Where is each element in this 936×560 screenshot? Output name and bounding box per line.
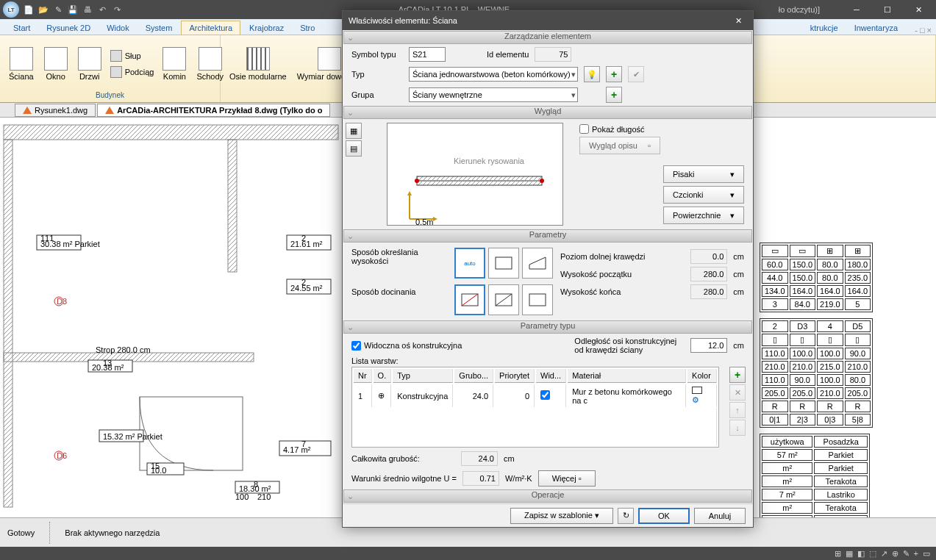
tab-rysunek2d[interactable]: Rysunek 2D — [39, 21, 98, 35]
ribbon-komin[interactable]: Komin — [160, 46, 189, 82]
input-calkowita — [461, 451, 498, 466]
sb-icon[interactable]: ✎ — [903, 549, 910, 559]
ribbon-drzwi[interactable]: Drzwi — [75, 46, 104, 82]
sb-icon[interactable]: ⬚ — [869, 549, 876, 559]
layers-table[interactable]: Nr O. Typ Grubo... Priorytet Wid... Mate… — [351, 367, 719, 448]
ribbon-sciana[interactable]: Ściana — [6, 46, 37, 82]
svg-rect-2 — [4, 140, 12, 507]
typ-check-button[interactable]: ✔ — [628, 66, 644, 82]
statusbar-bottom: ⊞ ▦ ◧ ⬚ ↗ ⊕ ✎ + ▭ — [0, 547, 936, 560]
qat-print-icon[interactable]: 🖶 — [81, 3, 94, 16]
tab-system[interactable]: System — [138, 21, 180, 35]
input-symbol-typu[interactable] — [409, 47, 446, 62]
section-parametry-typu[interactable]: ⌄Parametry typu — [343, 320, 752, 334]
cut-opt-1[interactable] — [454, 284, 485, 315]
height-opt-rect[interactable] — [488, 248, 519, 279]
row-vis-checkbox[interactable] — [540, 390, 550, 400]
tab-stro[interactable]: Stro — [293, 21, 322, 35]
qat-new-icon[interactable]: 📄 — [22, 3, 35, 16]
layer-delete-button[interactable]: ✕ — [729, 384, 746, 401]
preview-scale: 0.5m — [415, 218, 433, 226]
svg-point-39 — [540, 179, 544, 183]
layer-up-button[interactable]: ↑ — [729, 402, 746, 418]
doctab-1[interactable]: Rysunek1.dwg — [15, 104, 96, 117]
svg-line-46 — [462, 294, 478, 306]
svg-rect-3 — [228, 140, 237, 272]
input-odleglosc-osi[interactable] — [690, 338, 727, 353]
ribbon-podciag[interactable]: Podciąg — [109, 65, 156, 79]
maximize-button[interactable]: ☐ — [873, 1, 902, 18]
svg-text:100: 100 — [235, 492, 249, 501]
btn-wyglad-opisu[interactable]: Wygląd opisu▫ — [579, 137, 660, 154]
sb-icon[interactable]: ↗ — [881, 549, 887, 559]
checkbox-widoczna-os[interactable] — [351, 341, 361, 351]
typ-lightbulb-icon[interactable]: 💡 — [584, 66, 600, 82]
height-opt-auto[interactable]: auto — [454, 248, 485, 279]
schedule-tables: ▭▭⊞⊞ 60.0150.080.0180.0 44.0150.080.0235… — [760, 243, 929, 560]
combo-typ[interactable]: Ściana jednowarstwowa (beton komórkowy)▾ — [409, 67, 578, 82]
layer-add-button[interactable]: + — [729, 367, 746, 383]
btn-wiecej[interactable]: Więcej ▫ — [538, 470, 596, 487]
btn-czcionki[interactable]: Czcionki▾ — [663, 186, 744, 204]
side-btn-1[interactable]: ▦ — [346, 123, 362, 139]
section-operacje[interactable]: ⌄Operacje — [343, 489, 752, 503]
btn-powierzchnie[interactable]: Powierzchnie▾ — [663, 207, 744, 224]
checkbox-pokaz-dlugosc[interactable] — [579, 124, 589, 134]
svg-rect-37 — [417, 176, 542, 185]
table-row[interactable]: 1 ⊕ Konstrukcyjna 24.0 0 Mur z betonu ko… — [354, 384, 717, 407]
sb-icon[interactable]: ⊞ — [835, 549, 841, 559]
label-typ: Typ — [351, 70, 403, 79]
mdi-controls[interactable]: - □ × — [907, 26, 936, 35]
qat-save-icon[interactable]: 💾 — [66, 3, 79, 16]
tab-inwentaryza[interactable]: Inwentaryza — [847, 21, 905, 35]
svg-text:D3: D3 — [57, 297, 67, 306]
combo-grupa[interactable]: Ściany wewnętrzne▾ — [409, 87, 578, 102]
doctab-2[interactable]: ArCADia-ARCHITEKTURA Przykład 8.dwg (Tyl… — [97, 104, 330, 117]
dialog-footer: Zapisz w szablonie ▾ ↻ OK Anuluj — [343, 503, 753, 527]
height-opt-slope[interactable] — [522, 248, 553, 279]
dialog-titlebar[interactable]: Właściwości elementu: Ściana ✕ — [343, 11, 753, 30]
svg-text:10.0: 10.0 — [151, 466, 166, 475]
sb-icon[interactable]: ▭ — [923, 549, 930, 559]
btn-anuluj[interactable]: Anuluj — [694, 508, 746, 524]
btn-pisaki[interactable]: Pisaki▾ — [663, 165, 744, 183]
dialog-close-button[interactable]: ✕ — [729, 13, 747, 28]
color-swatch[interactable] — [692, 387, 702, 394]
sb-icon[interactable]: ▦ — [846, 549, 853, 559]
input-poziom-dk[interactable] — [690, 249, 727, 264]
tab-architektura[interactable]: Architektura — [181, 21, 240, 35]
qat-undo-icon[interactable]: ↶ — [96, 3, 109, 16]
sb-icon[interactable]: + — [914, 549, 918, 558]
section-zarzadzanie[interactable]: ⌄Zarządzanie elementem — [343, 31, 752, 44]
btn-ok[interactable]: OK — [638, 508, 690, 524]
tab-krajobraz[interactable]: Krajobraz — [242, 21, 291, 35]
qat-redo-icon[interactable]: ↷ — [110, 3, 124, 16]
sb-icon[interactable]: ◧ — [857, 549, 865, 559]
typ-add-button[interactable]: + — [606, 66, 622, 82]
section-wyglad[interactable]: ⌄Wygląd — [343, 106, 752, 119]
svg-marker-41 — [407, 191, 412, 195]
tab-start[interactable]: Start — [6, 21, 37, 35]
ribbon-slup[interactable]: Słup — [109, 49, 156, 63]
label-calkowita: Całkowita grubość: — [351, 454, 420, 463]
layer-down-button[interactable]: ↓ — [729, 420, 746, 436]
section-parametry[interactable]: ⌄Parametry — [343, 229, 752, 243]
cut-opt-2[interactable] — [488, 284, 519, 315]
grupa-add-button[interactable]: + — [606, 87, 622, 103]
tab-widok[interactable]: Widok — [99, 21, 137, 35]
close-button[interactable]: ✕ — [904, 1, 933, 18]
ribbon-osie[interactable]: Osie modularne — [226, 46, 290, 82]
quick-access-toolbar: 📄 📂 ✎ 💾 🖶 ↶ ↷ — [22, 3, 124, 16]
qat-edit-icon[interactable]: ✎ — [51, 3, 65, 16]
minimize-button[interactable]: ─ — [842, 1, 871, 18]
sb-icon[interactable]: ⊕ — [892, 549, 899, 559]
title-suffix: ło odczytu)] — [779, 5, 820, 14]
btn-refresh[interactable]: ↻ — [618, 508, 634, 524]
side-btn-2[interactable]: ▤ — [346, 140, 362, 157]
tab-ktrukcje[interactable]: ktrukcje — [803, 21, 846, 35]
label-wys-konca: Wysokość końca — [560, 287, 685, 296]
qat-open-icon[interactable]: 📂 — [37, 3, 50, 16]
cut-opt-3[interactable] — [522, 284, 553, 315]
btn-zapisz-szablon[interactable]: Zapisz w szablonie ▾ — [510, 508, 613, 524]
ribbon-okno[interactable]: Okno — [41, 46, 71, 82]
